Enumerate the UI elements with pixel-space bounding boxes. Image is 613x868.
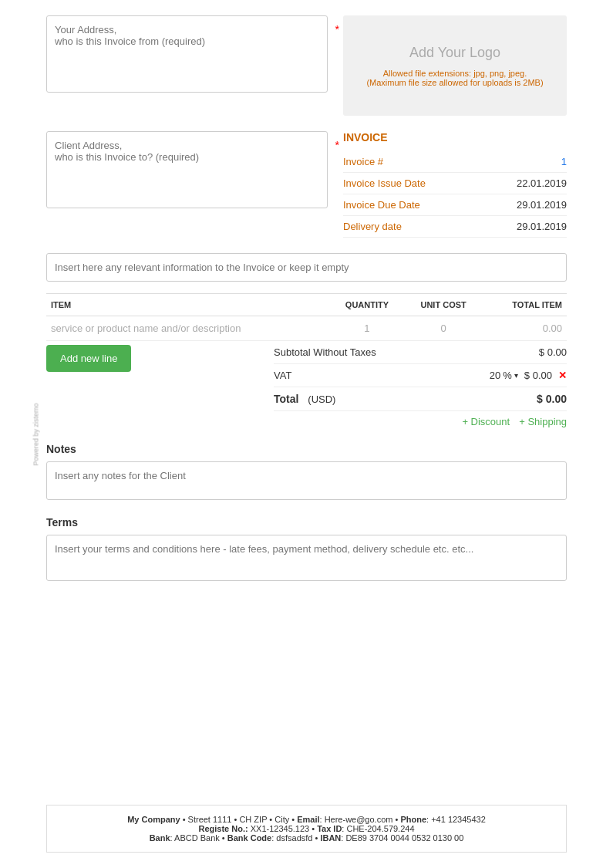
vat-left: VAT [274, 370, 291, 381]
logo-allowed-text: Allowed file extensions: jpg, png, jpeg.… [366, 69, 543, 87]
total-label: Total (USD) [274, 393, 335, 405]
invoice-due-date-label: Invoice Due Date [343, 199, 420, 211]
terms-input[interactable] [46, 535, 567, 581]
add-new-line-button[interactable]: Add new line [46, 345, 131, 372]
footer-email-label: Email [297, 815, 319, 824]
footer-phone-label: Phone [400, 815, 426, 824]
invoice-details: INVOICE Invoice # 1 Invoice Issue Date 2… [343, 131, 567, 238]
subtotal-label: Subtotal Without Taxes [274, 346, 376, 358]
footer-zip-city: CH ZIP • City [239, 815, 289, 824]
item-unit-cost[interactable]: 0 [404, 316, 482, 341]
invoice-row-delivery-date: Delivery date 29.01.2019 [343, 216, 567, 238]
client-address-input[interactable] [46, 131, 328, 208]
footer-email: Here-we@go.com [325, 815, 393, 824]
vat-value: $ 0.00 [524, 370, 552, 381]
invoice-delivery-date-label: Delivery date [343, 221, 402, 232]
terms-label: Terms [46, 516, 567, 529]
invoice-issue-date-label: Invoice Issue Date [343, 177, 426, 189]
total-currency: (USD) [308, 393, 335, 405]
item-description[interactable]: service or product name and/or descripti… [46, 316, 329, 341]
shipping-link[interactable]: + Shipping [519, 416, 567, 427]
subtotal-value: $ 0.00 [539, 346, 567, 358]
invoice-number-value: 1 [561, 156, 567, 167]
footer-bank-code-label: Bank Code [227, 833, 271, 843]
table-row: service or product name and/or descripti… [46, 316, 567, 341]
percent-sign: % [503, 370, 512, 381]
logo-title: Add Your Logo [409, 45, 500, 61]
invoice-row-due-date: Invoice Due Date 29.01.2019 [343, 194, 567, 216]
footer-bank: ABCD Bank [174, 833, 220, 843]
address-required-star: * [335, 23, 339, 35]
footer-registe-label: Registe No.: [198, 824, 248, 833]
invoice-section: * INVOICE Invoice # 1 Invoice Issue Date… [46, 131, 567, 238]
notes-input[interactable] [46, 461, 567, 500]
footer-registe: XX1-12345.123 [251, 824, 309, 833]
notes-section: Notes [46, 443, 567, 502]
col-unit-cost: UNIT COST [404, 294, 482, 316]
notes-label: Notes [46, 443, 567, 455]
footer-line2: Registe No.: XX1-12345.123 • Tax ID: CHE… [59, 824, 554, 833]
item-total: 0.00 [483, 316, 567, 341]
footer-line3: Bank: ABCD Bank • Bank Code: dsfsadsfd •… [59, 833, 554, 843]
total-row: Total (USD) $ 0.00 [274, 387, 567, 411]
items-table: ITEM QUANTITY UNIT COST TOTAL ITEM servi… [46, 293, 567, 341]
invoice-issue-date-value: 22.01.2019 [517, 177, 567, 189]
powered-by-label: Powered by zistemo [32, 403, 40, 465]
footer-tax-label: Tax ID [317, 824, 342, 833]
vat-label: VAT [274, 370, 291, 381]
description-input[interactable] [46, 253, 567, 282]
client-required-star: * [335, 139, 339, 151]
address-input[interactable] [46, 15, 328, 93]
footer-iban-label: IBAN [320, 833, 341, 843]
right-bottom: Subtotal Without Taxes $ 0.00 VAT 20 % ▾… [274, 341, 567, 427]
invoice-row-number: Invoice # 1 [343, 151, 567, 173]
invoice-delivery-date-value: 29.01.2019 [517, 221, 567, 232]
client-address-block: * [46, 131, 328, 238]
vat-percent: 20 % ▾ [490, 370, 518, 381]
vat-right: 20 % ▾ $ 0.00 ✕ [490, 370, 567, 381]
footer-line1: My Company • Street 1111 • CH ZIP • City… [59, 815, 554, 824]
discount-link[interactable]: + Discount [462, 416, 510, 427]
subtotal-row: Subtotal Without Taxes $ 0.00 [274, 341, 567, 364]
footer-phone: +41 12345432 [431, 815, 486, 824]
footer-tax: CHE-204.579.244 [346, 824, 414, 833]
total-value: $ 0.00 [537, 393, 567, 405]
vat-percent-value[interactable]: 20 [490, 370, 500, 381]
left-bottom: Add new line [46, 341, 258, 372]
terms-section: Terms [46, 516, 567, 583]
footer-bank-label: Bank [150, 833, 170, 843]
col-total-item: TOTAL ITEM [483, 294, 567, 316]
invoice-label: INVOICE [343, 131, 567, 144]
footer: My Company • Street 1111 • CH ZIP • City… [46, 805, 567, 853]
vat-dropdown-arrow[interactable]: ▾ [514, 371, 518, 380]
vat-row: VAT 20 % ▾ $ 0.00 ✕ [274, 364, 567, 387]
invoice-due-date-value: 29.01.2019 [517, 199, 567, 211]
col-item: ITEM [46, 294, 329, 316]
footer-iban: DE89 3704 0044 0532 0130 00 [345, 833, 463, 843]
footer-company: My Company [127, 815, 180, 824]
bottom-section: Add new line Subtotal Without Taxes $ 0.… [46, 341, 567, 427]
invoice-number-label: Invoice # [343, 156, 383, 167]
address-block: * [46, 15, 328, 95]
logo-block[interactable]: Add Your Logo Allowed file extensions: j… [343, 15, 567, 116]
vat-delete-button[interactable]: ✕ [558, 370, 567, 381]
footer-street: Street 1111 [188, 815, 232, 824]
discount-shipping-row: + Discount + Shipping [274, 411, 567, 427]
footer-bank-code: dsfsadsfd [276, 833, 312, 843]
col-quantity: QUANTITY [329, 294, 404, 316]
top-section: * Add Your Logo Allowed file extensions:… [46, 15, 567, 116]
item-quantity[interactable]: 1 [329, 316, 404, 341]
invoice-row-issue-date: Invoice Issue Date 22.01.2019 [343, 173, 567, 194]
